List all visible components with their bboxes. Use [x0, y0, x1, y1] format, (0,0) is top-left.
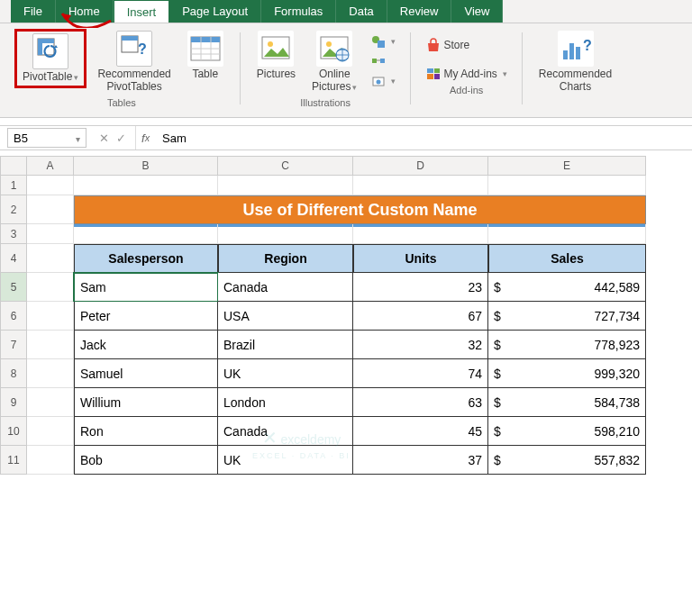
cell-sales[interactable]: $442,589 — [488, 273, 646, 302]
cell[interactable] — [27, 359, 74, 388]
cell-region[interactable]: UK — [218, 446, 353, 475]
store-button[interactable]: Store — [422, 36, 473, 54]
cell-salesperson[interactable]: Jack — [74, 331, 218, 359]
cell-units[interactable]: 23 — [353, 273, 488, 302]
cell[interactable] — [27, 244, 74, 273]
store-label: Store — [443, 39, 469, 51]
cell[interactable] — [218, 224, 353, 244]
cell-sales[interactable]: $557,832 — [488, 446, 646, 475]
title-cell[interactable]: Use of Different Custom Name — [74, 195, 646, 224]
col-header-C[interactable]: C — [218, 156, 353, 176]
cell-salesperson[interactable]: Samuel — [74, 359, 218, 388]
header-units[interactable]: Units — [353, 244, 488, 273]
cancel-formula-icon[interactable]: ✕ — [99, 131, 109, 145]
tab-data[interactable]: Data — [336, 0, 387, 23]
shapes-button[interactable] — [368, 32, 399, 50]
cell-salesperson[interactable]: Ron — [74, 417, 218, 446]
table-button[interactable]: Table — [182, 29, 229, 83]
cell-region[interactable]: UK — [218, 359, 353, 388]
cell-salesperson[interactable]: Willium — [74, 388, 218, 417]
pivottable-icon — [32, 33, 68, 69]
header-sales[interactable]: Sales — [488, 244, 646, 273]
cell-units[interactable]: 37 — [353, 446, 488, 475]
recommended-pivottables-button[interactable]: ? Recommended PivotTables — [92, 29, 176, 95]
header-salesperson[interactable]: Salesperson — [74, 244, 218, 273]
cell[interactable] — [27, 417, 74, 446]
cell[interactable] — [74, 224, 218, 244]
tab-formulas[interactable]: Formulas — [261, 0, 336, 23]
header-region[interactable]: Region — [218, 244, 353, 273]
row-header[interactable]: 2 — [0, 195, 27, 224]
cell[interactable] — [74, 176, 218, 195]
cell-units[interactable]: 74 — [353, 359, 488, 388]
cell[interactable] — [27, 176, 74, 195]
row-header[interactable]: 5 — [0, 273, 27, 302]
pictures-button[interactable]: Pictures — [251, 29, 301, 83]
my-addins-button[interactable]: My Add-ins — [422, 65, 510, 83]
row-header[interactable]: 8 — [0, 359, 27, 388]
cell-sales[interactable]: $598,210 — [488, 417, 646, 446]
cell[interactable] — [27, 331, 74, 359]
formula-input[interactable]: Sam — [155, 131, 692, 145]
smartart-button[interactable] — [368, 52, 399, 70]
tab-view[interactable]: View — [451, 0, 503, 23]
cell[interactable] — [27, 302, 74, 331]
cell-salesperson[interactable]: Bob — [74, 446, 218, 475]
cell-units[interactable]: 63 — [353, 388, 488, 417]
cell-sales[interactable]: $778,923 — [488, 331, 646, 359]
cell-region[interactable]: Canada — [218, 273, 353, 302]
cell-salesperson[interactable]: Peter — [74, 302, 218, 331]
col-header-D[interactable]: D — [353, 156, 488, 176]
row-header[interactable]: 7 — [0, 331, 27, 359]
accept-formula-icon[interactable]: ✓ — [116, 131, 126, 145]
cell-sales[interactable]: $584,738 — [488, 388, 646, 417]
screenshot-button[interactable] — [368, 72, 399, 90]
cell-sales[interactable]: $727,734 — [488, 302, 646, 331]
cell-units[interactable]: 67 — [353, 302, 488, 331]
online-pictures-button[interactable]: Online Pictures — [306, 29, 362, 95]
col-header-E[interactable]: E — [488, 156, 646, 176]
svg-rect-18 — [378, 41, 385, 48]
cell[interactable] — [27, 446, 74, 475]
recommended-pivottables-icon: ? — [116, 31, 152, 67]
cell-sales[interactable]: $999,320 — [488, 359, 646, 388]
recommended-charts-button[interactable]: ? Recommended Charts — [533, 29, 617, 95]
cell-salesperson[interactable]: Sam — [74, 273, 218, 302]
cell-region[interactable]: London — [218, 388, 353, 417]
cell[interactable] — [353, 224, 488, 244]
row-header[interactable]: 11 — [0, 446, 27, 475]
cell[interactable] — [27, 195, 74, 224]
cell[interactable] — [27, 224, 74, 244]
cell[interactable] — [27, 388, 74, 417]
cell[interactable] — [218, 176, 353, 195]
row-header[interactable]: 3 — [0, 224, 27, 244]
cell-region[interactable]: Brazil — [218, 331, 353, 359]
cell[interactable] — [488, 176, 646, 195]
row-header[interactable]: 1 — [0, 176, 27, 195]
cell-units[interactable]: 45 — [353, 417, 488, 446]
cell[interactable] — [27, 273, 74, 302]
shapes-icon — [371, 34, 386, 49]
cell[interactable] — [488, 224, 646, 244]
tab-home[interactable]: Home — [56, 0, 114, 23]
fx-icon[interactable]: fx — [135, 126, 155, 149]
row-header[interactable]: 4 — [0, 244, 27, 273]
col-header-B[interactable]: B — [74, 156, 218, 176]
row-header[interactable]: 6 — [0, 302, 27, 331]
cell[interactable] — [353, 176, 488, 195]
tab-page-layout[interactable]: Page Layout — [169, 0, 261, 23]
name-box[interactable]: B5 — [7, 128, 86, 148]
row-header[interactable]: 10 — [0, 417, 27, 446]
tab-file[interactable]: File — [11, 0, 56, 23]
col-header-A[interactable]: A — [27, 156, 74, 176]
tab-insert[interactable]: Insert — [114, 0, 170, 23]
table-label: Table — [192, 68, 218, 81]
select-all-corner[interactable] — [0, 156, 27, 176]
row-header[interactable]: 9 — [0, 388, 27, 417]
pivottable-button[interactable]: PivotTable — [14, 29, 86, 88]
chevron-down-icon — [76, 131, 80, 145]
cell-region[interactable]: USA — [218, 302, 353, 331]
tab-review[interactable]: Review — [387, 0, 452, 23]
cell-units[interactable]: 32 — [353, 331, 488, 359]
cell-region[interactable]: Canada — [218, 417, 353, 446]
